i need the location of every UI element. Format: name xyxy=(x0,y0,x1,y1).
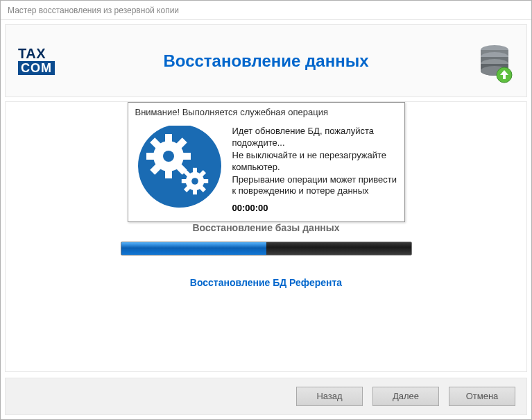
svg-point-27 xyxy=(191,178,198,185)
modal-text: Идет обновление БД, пожалуйста подождите… xyxy=(232,126,397,215)
window-title: Мастер восстановления из резервной копии xyxy=(8,6,179,15)
svg-rect-22 xyxy=(202,179,207,183)
next-button[interactable]: Далее xyxy=(372,387,439,406)
svg-rect-21 xyxy=(181,179,187,183)
operation-modal: Внимание! Выполняется служебная операция xyxy=(128,102,405,222)
header: TAX COM Восстановление данных xyxy=(5,24,527,97)
svg-rect-20 xyxy=(193,189,197,194)
progress-label: Восстановление базы данных xyxy=(6,222,526,233)
modal-line-2: Не выключайте и не перезагружайте компью… xyxy=(232,150,397,174)
modal-line-3: Прерывание операции может привести к пов… xyxy=(232,174,397,198)
database-restore-icon xyxy=(477,44,513,86)
page-title: Восстановление данных xyxy=(6,51,526,71)
svg-rect-11 xyxy=(146,153,156,160)
progress-bar xyxy=(121,242,412,255)
svg-point-17 xyxy=(163,151,174,162)
wizard-window: Мастер восстановления из резервной копии… xyxy=(0,0,532,420)
gears-icon xyxy=(135,126,224,208)
progress-bar-fill xyxy=(121,242,266,255)
modal-body: Идет обновление БД, пожалуйста подождите… xyxy=(128,123,404,221)
titlebar: Мастер восстановления из резервной копии xyxy=(1,1,531,20)
svg-rect-19 xyxy=(193,168,197,174)
svg-rect-9 xyxy=(165,134,172,144)
main-area: у. Восстановление базы данных Восстановл… xyxy=(5,101,527,372)
modal-timer: 00:00:00 xyxy=(232,203,397,215)
svg-rect-10 xyxy=(165,169,172,178)
button-bar: Назад Далее Отмена xyxy=(5,378,527,415)
svg-rect-12 xyxy=(181,153,191,160)
cancel-button[interactable]: Отмена xyxy=(449,387,515,406)
progress-task-name: Восстановление БД Референта xyxy=(6,277,526,288)
modal-title: Внимание! Выполняется служебная операция xyxy=(128,103,404,123)
back-button[interactable]: Назад xyxy=(296,387,363,406)
modal-line-1: Идет обновление БД, пожалуйста подождите… xyxy=(232,126,397,149)
